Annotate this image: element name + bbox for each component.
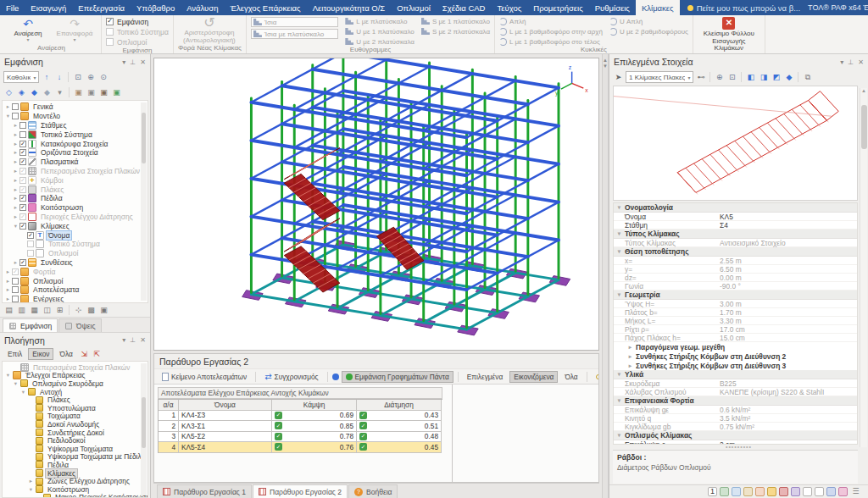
zoom-window-icon[interactable]: ⊡	[72, 72, 83, 83]
expander-icon[interactable]: ▾	[12, 223, 19, 230]
expander-icon[interactable]: ▾	[19, 389, 27, 396]
display-tree-node[interactable]: ▸Οπλισμοί	[3, 276, 147, 285]
ribbon-button[interactable]: ✕Κλείσιμο Φύλλου Εισαγωγής Κλιμάκων	[698, 17, 760, 53]
property-value[interactable]: Σ4	[720, 221, 857, 230]
expander-icon[interactable]: ▾	[616, 204, 622, 211]
splitter-down-icon[interactable]: ▼	[603, 64, 608, 69]
property-section[interactable]: ▾Οπλισμός Κλίμακας	[614, 431, 857, 440]
display-tree-node[interactable]: ▸Αποτελέσματα	[3, 285, 147, 295]
image-icon[interactable]	[826, 487, 836, 496]
ribbon-item[interactable]: S με 1 πλατύσκαλο	[421, 17, 490, 25]
ribbon-checkbox[interactable]: Οπλισμοί	[106, 37, 169, 47]
menu-Λειτουργικότητα Ο/Σ[interactable]: Λειτουργικότητα Ο/Σ	[307, 0, 392, 15]
property-row[interactable]: Ρίχτι ρ=17.0 cm	[614, 325, 857, 334]
ribbon-button[interactable]: ↷Επαναφορά▾	[53, 19, 97, 43]
tree-checkbox[interactable]	[19, 168, 26, 174]
tree-checkbox[interactable]	[12, 103, 19, 110]
display-tree-node[interactable]: ▸Περιοχές Ελέγχου Διάτρησης	[3, 213, 147, 222]
tab-Όψεις[interactable]: Όψεις	[58, 318, 101, 332]
pin-icon[interactable]: ⊥	[130, 58, 136, 66]
grid-display-icon[interactable]: ⊞	[54, 305, 65, 316]
menu-Εισαγωγή[interactable]: Εισαγωγή	[25, 0, 72, 15]
copy-image-icon[interactable]: ⧉	[802, 72, 813, 83]
blue-marker-icon[interactable]	[332, 374, 339, 380]
tab-Παράθυρο Εργασίας 1[interactable]: Παράθυρο Εργασίας 1	[157, 484, 252, 498]
tree-checkbox[interactable]	[19, 177, 26, 184]
expander-icon[interactable]: ▸	[12, 177, 19, 184]
menu-Τεύχος[interactable]: Τεύχος	[491, 0, 527, 15]
database-icon[interactable]	[720, 487, 729, 496]
property-value[interactable]: ΚΛ5	[720, 213, 857, 221]
splitter-up-icon[interactable]: ▲	[603, 58, 608, 63]
property-row[interactable]: y=6.50 m	[614, 265, 857, 274]
expander-icon[interactable]: ▸	[12, 122, 19, 129]
view-shaded-icon[interactable]: ◆	[29, 87, 40, 98]
display-tree-node[interactable]: Όνομα	[3, 230, 147, 240]
nav-tree-node[interactable]: Υψίκορμα Τοιχώματα με Πέδιλα	[3, 453, 147, 462]
iso-view-1-icon[interactable]: ◧	[745, 72, 756, 83]
property-row[interactable]: ΣκυρόδεμαB225	[614, 379, 857, 388]
ribbon-item[interactable]: U με 2 πλατύσκαλα	[345, 37, 415, 46]
ribbon-button[interactable]: ↶Αναίρεση▾	[6, 19, 50, 43]
ribbon-checkbox[interactable]: Εμφάνιση	[106, 17, 169, 26]
display-tree-node[interactable]: ▸Πλάκες	[3, 185, 147, 194]
property-row[interactable]: dz=0.00 m	[614, 274, 857, 282]
property-row[interactable]: Γωνία-90.0 °	[614, 282, 857, 290]
tree-checkbox[interactable]	[19, 213, 26, 220]
property-subsection[interactable]: ▸Παραγόμενα γεωμ. μεγέθη	[614, 342, 857, 351]
tree-checkbox[interactable]	[19, 122, 26, 129]
tree-checkbox[interactable]	[19, 158, 26, 165]
display-tree-node[interactable]: ▸Φορτία	[3, 267, 147, 276]
iso-view-2-icon[interactable]: ◨	[758, 72, 769, 83]
display-tree-node[interactable]: ▸Ενέργειες	[3, 295, 147, 303]
ribbon-item[interactable]: L με 1 βαθμιδοφόρο στην αρχή	[499, 27, 603, 36]
render-mode-2-icon[interactable]: ▣	[86, 87, 97, 98]
menu-Επεξεργασία[interactable]: Επεξεργασία	[72, 0, 131, 15]
menu-Προμετρήσεις[interactable]: Προμετρήσεις	[527, 0, 588, 15]
tree-checkbox[interactable]	[19, 149, 26, 156]
property-row[interactable]: ΌνομαΚΛ5	[614, 213, 857, 221]
expander-icon[interactable]: ▸	[4, 286, 12, 293]
expander-icon[interactable]: ▸	[12, 149, 19, 156]
tree-checkbox[interactable]	[19, 131, 26, 138]
display-filter-dropdown[interactable]: Καθολικ ▾	[3, 71, 39, 83]
property-subsection[interactable]: ▸Συνθήκες Στήριξης Κόμβων στη Διεύθυνση …	[614, 361, 857, 370]
doc2-small-icon[interactable]	[815, 487, 824, 496]
expander-icon[interactable]: ▾	[616, 291, 622, 298]
collapse-all-icon[interactable]: ⇱	[92, 349, 103, 360]
doc-small-icon[interactable]	[803, 487, 812, 496]
panel-menu-icon[interactable]: ▾	[122, 336, 125, 344]
tree-checkbox[interactable]	[12, 278, 19, 285]
expander-icon[interactable]: ▾	[616, 397, 622, 404]
property-row[interactable]: Κινητό q3.5 kN/m²	[614, 414, 857, 423]
tree-checkbox[interactable]	[19, 204, 26, 211]
tab-Βοήθεια[interactable]: ?Βοήθεια	[348, 484, 398, 498]
text-results-button[interactable]: Κείμενο Αποτελεσμάτων	[158, 371, 251, 383]
ribbon-button[interactable]: ↺Αριστερόστροφη (Αντιωρολογιακή)	[178, 17, 241, 44]
display-tree-node[interactable]: ▸Κοιτόστρωση	[3, 203, 147, 213]
chart-line-icon[interactable]	[755, 487, 765, 496]
ribbon-item[interactable]: Ίσια	[251, 17, 338, 27]
stats-icon[interactable]	[791, 487, 800, 496]
menu-Οπλισμοί[interactable]: Οπλισμοί	[391, 0, 437, 15]
view-wireframe-icon[interactable]: ◇	[3, 87, 14, 98]
display-tree-node[interactable]: Οπλισμοί	[3, 249, 147, 258]
ribbon-item[interactable]: L με 1 βαθμιδοφόρο στο τέλος	[499, 37, 603, 46]
expander-icon[interactable]: ▸	[12, 141, 19, 147]
property-section[interactable]: ▾Ονοματολογία	[614, 203, 857, 213]
render-mode-3-icon[interactable]: ▣	[98, 87, 109, 98]
expander-icon[interactable]: ▾	[616, 248, 622, 255]
flag-icon[interactable]	[779, 487, 788, 496]
nav-filter-Όλα[interactable]: Όλα	[55, 348, 76, 360]
tree-checkbox[interactable]	[19, 195, 26, 202]
table-row[interactable]: 1ΚΛ4-Σ3✓0.69✓0.43	[159, 411, 442, 422]
display-tree-node[interactable]: ▾Μοντέλο	[3, 112, 147, 121]
expander-icon[interactable]: ▸	[12, 259, 19, 266]
property-row[interactable]: Ύψος H=3.00 m	[614, 300, 857, 308]
tell-me-search[interactable]: Πείτε μου πως μπορώ να β...	[680, 0, 808, 15]
menu-Κλίμακες[interactable]: Κλίμακες	[636, 0, 680, 15]
folder-small-icon[interactable]	[767, 487, 776, 496]
expander-icon[interactable]: ▸	[627, 344, 633, 351]
expander-icon[interactable]: ▸	[12, 195, 19, 202]
ribbon-item[interactable]: Ίσια με πλατύσκαλο	[251, 29, 338, 39]
